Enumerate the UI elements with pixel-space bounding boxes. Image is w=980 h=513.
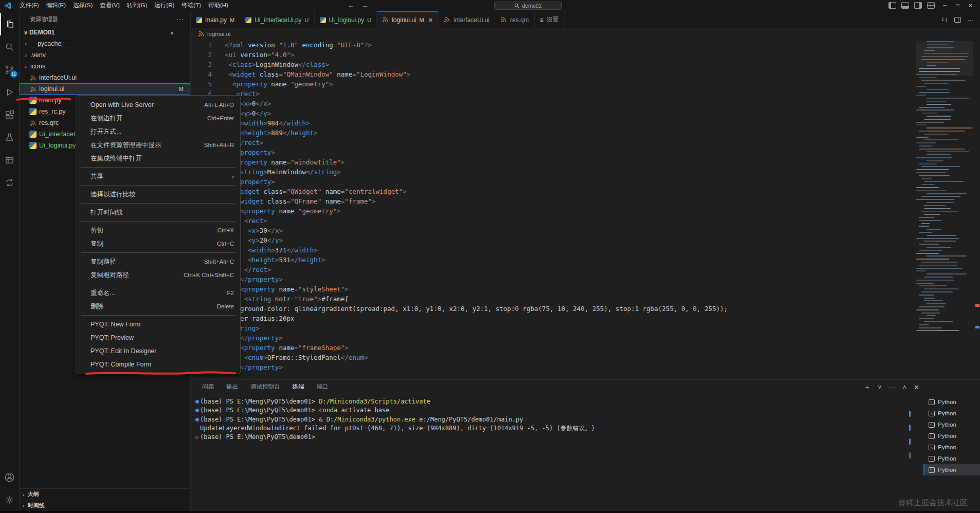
minimap[interactable] [916,41,973,350]
tree-item-__pycache__[interactable]: ›__pycache__ [20,38,190,49]
code-line: 8 <y>0</y> [191,108,980,118]
tab-Ui_interfaceUi.py[interactable]: Ui_interfaceUi.pyU [240,11,314,28]
activitybar-account[interactable] [0,466,20,488]
close-window-icon[interactable]: ✕ [964,0,977,11]
activitybar-sync[interactable] [0,171,20,194]
activitybar-extensions[interactable] [0,103,20,126]
toggle-sidebar-icon[interactable] [888,2,896,9]
minimize-window-icon[interactable]: ─ [938,0,951,11]
breadcrumb[interactable]: loginui.ui [191,28,980,39]
tree-item-icons[interactable]: ›icons [20,61,190,72]
menubar-item[interactable]: 运行(R) [151,1,178,10]
split-editor-icon[interactable] [954,17,961,23]
sidebar-section-outline[interactable]: › 大纲 [20,488,190,500]
activitybar-explorer[interactable] [0,13,20,35]
menu-item-[interactable]: 复制Ctrl+C [76,237,240,250]
plus-icon[interactable]: ＋ [864,382,870,392]
activitybar-run-debug[interactable] [0,81,20,103]
python-file-icon [29,108,37,115]
menu-item-[interactable]: 共享› [76,170,240,183]
menu-item-OpenwithLiveServer[interactable]: Open with Live ServerAlt+L Alt+O [76,98,240,112]
terminal-instance[interactable]: >_Python [923,419,980,430]
menu-item-[interactable]: 复制路径Shift+Alt+C [76,255,240,268]
tree-item-.venv[interactable]: ›.venv [20,49,190,61]
activitybar-search[interactable] [0,35,20,58]
tab-main.py[interactable]: main.pyM [191,11,240,28]
code-text: <property name="windowTitle"> [225,157,344,167]
menubar-item[interactable]: 选择(S) [69,1,96,10]
close-icon[interactable]: ✕ [428,17,433,24]
terminal[interactable]: (base) PS E:\Meng\PyQT5\demo01> D:/Minic… [191,394,980,511]
panel-tab-终端[interactable]: 终端 [293,380,304,394]
menubar-item[interactable]: 编辑(E) [43,1,69,10]
terminal-text: D:/Miniconda3/python.exe [326,415,415,424]
git-status-badge: M [230,17,234,23]
menu-item-PYQTEditInDesigner[interactable]: PYQT: Edit In Designer [76,344,240,358]
minimap-line [927,229,941,230]
chevron-up-icon[interactable]: ˄ [903,383,907,391]
minimap-line [919,131,965,132]
terminal-instance[interactable]: >_Python [923,408,980,419]
menubar-item[interactable]: 文件(F) [16,1,43,10]
menu-item-[interactable]: 在文件资源管理器中显示Shift+Alt+R [76,138,240,152]
tab-[interactable]: ≡设置 [535,11,565,28]
tab-Ui_loginui.py[interactable]: Ui_loginui.pyU [315,11,377,28]
terminal-instance[interactable]: >_Python [923,396,980,408]
menu-item-[interactable]: 剪切Ctrl+X [76,224,240,237]
customize-layout-icon[interactable] [927,2,935,9]
menubar-item[interactable]: 终端(T) [178,1,205,10]
toggle-panel-icon[interactable] [901,2,909,9]
activitybar-source-control[interactable]: 11 [0,58,20,81]
tree-item-interfaceUi.ui[interactable]: interfaceUi.ui [20,72,190,83]
activitybar-settings[interactable] [0,488,20,511]
tab-loginui.ui[interactable]: loginui.uiM✕ [377,11,439,28]
terminal-decoration-filled [194,400,200,404]
maximize-window-icon[interactable]: □ [951,0,964,11]
terminal-text: (base) PS E:\Meng\PyQT5\demo01> [200,406,319,415]
tab-interfaceUi.ui[interactable]: interfaceUi.ui [439,11,495,28]
more-actions-icon[interactable]: ··· [967,16,974,24]
sidebar-section-timeline[interactable]: › 时间线 [20,500,190,511]
breadcrumb-file: loginui.ui [207,31,230,37]
menu-item-[interactable]: 删除Delete [76,300,240,313]
minimap-line [927,255,967,256]
menu-item-PYQTCompileForm[interactable]: PYQT: Compile Form [76,358,240,371]
terminal-instance[interactable]: >_Python [923,442,980,453]
menu-item-[interactable]: 选择以进行比较 [76,188,240,201]
tab-res.qrc[interactable]: res.qrc [495,11,535,28]
menu-item-PYQTPreview[interactable]: PYQT: Preview [76,331,240,344]
menu-item-[interactable]: 打开时间线 [76,206,240,219]
activitybar-testing[interactable] [0,126,20,149]
panel-tab-输出[interactable]: 输出 [226,380,238,394]
code-editor[interactable]: 1<?xml version="1.0" encoding="UTF-8"?>2… [191,39,980,379]
menu-item-[interactable]: 在侧边打开Ctrl+Enter [76,112,240,125]
terminal-instance[interactable]: >_Python [923,464,980,475]
nav-forward-icon[interactable]: → [361,2,368,9]
panel-tab-端口[interactable]: 端口 [317,380,329,394]
menu-item-[interactable]: 打开方式... [76,125,240,138]
terminal-instance[interactable]: >_Python [923,453,980,464]
minimap-line [921,166,960,167]
menubar-item[interactable]: 帮助(H) [205,1,232,10]
tree-root[interactable]: ∨ DEMO01 [20,27,190,38]
menubar-item[interactable]: 转到(G) [123,1,151,10]
tree-item-loginui.ui[interactable]: loginui.uiM [20,83,190,95]
command-center-search[interactable]: demo01 [494,2,562,10]
nav-back-icon[interactable]: ← [348,2,354,9]
panel-tab-调试控制台[interactable]: 调试控制台 [250,380,280,394]
ellipsis-icon[interactable]: ··· [889,383,896,391]
menubar-item[interactable]: 查看(V) [96,1,123,10]
compare-changes-icon[interactable] [941,16,948,23]
chevron-down-icon[interactable]: ˅ [878,383,882,391]
toggle-secondary-sidebar-icon[interactable] [914,2,922,9]
sidebar-more-actions-icon[interactable]: ··· [176,15,184,23]
menu-item-PYQTNewForm[interactable]: PYQT: New Form [76,318,240,331]
menu-item-shortcut: Delete [217,303,234,309]
panel-tab-问题[interactable]: 问题 [202,380,214,394]
menu-item-[interactable]: 在集成终端中打开 [76,152,240,165]
close-icon[interactable]: ✕ [914,383,919,391]
menu-item-[interactable]: 复制相对路径Ctrl+K Ctrl+Shift+C [76,268,240,282]
menu-item-[interactable]: 重命名...F2 [76,286,240,300]
activitybar-containers[interactable] [0,149,20,171]
terminal-instance[interactable]: >_Python [923,430,980,442]
